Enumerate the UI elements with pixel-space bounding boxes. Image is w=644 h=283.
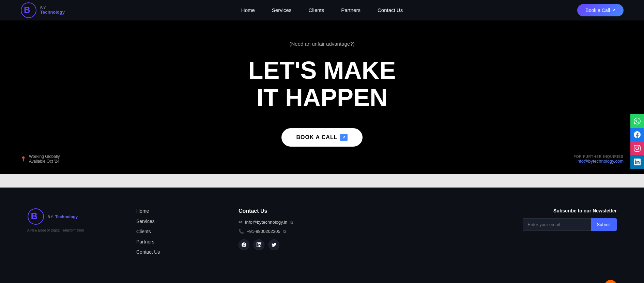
nav-home[interactable]: Home [241,7,255,13]
facebook-button[interactable] [630,128,644,142]
footer-newsletter-heading: Subscribe to our Newsletter [553,208,617,213]
book-call-button[interactable]: Book a Call ↗ [577,4,624,16]
footer-logo: B BY Technology [27,208,102,225]
footer-link-clients[interactable]: Clients [136,229,151,234]
whatsapp-button[interactable] [630,114,644,128]
footer-link-contact[interactable]: Contact Us [136,249,160,255]
footer-bottom: Developed by BY technology All rights re… [27,273,617,283]
footer-link-partners[interactable]: Partners [136,239,154,244]
footer-phone: 📞 +91-8800202305 ⧉ [239,229,341,234]
footer-social-icons [239,239,341,250]
inquiry-label: FOR FURTHER INQUIRIES [574,155,624,159]
hero-inquiry-info: FOR FURTHER INQUIRIES info@bytechnology.… [574,155,624,164]
footer-logo-by: BY [48,215,53,219]
cta-arrow-icon: ↗ [612,8,615,13]
instagram-button[interactable] [630,142,644,155]
svg-text:B: B [31,211,37,221]
hero-subtitle: (Need an unfair advantage?) [290,41,355,47]
newsletter-form: Submit [523,218,617,231]
nav-services[interactable]: Services [272,7,292,13]
section-divider [0,174,644,188]
inquiry-email: info@bytechnology.com [574,159,624,164]
footer-email: ✉ Info@bytechnology.in ⧉ [239,220,341,225]
logo-tech-text: Technology [40,10,65,15]
footer-link-services[interactable]: Services [136,219,155,224]
social-sidebar [630,114,644,169]
hero-title: LET'S MAKE IT HAPPEN [248,57,396,111]
nav-clients[interactable]: Clients [308,7,324,13]
footer: B BY Technology A New Edge of Digital Tr… [0,188,644,283]
email-icon: ✉ [239,220,242,225]
footer-link-home[interactable]: Home [136,208,149,214]
footer-contact-heading: Contact Us [239,208,341,214]
newsletter-email-input[interactable] [523,218,591,231]
footer-logo-tech: Technology [55,214,78,219]
nav-links: Home Services Clients Partners Contact U… [241,7,403,13]
nav-partners[interactable]: Partners [341,7,361,13]
copy-email-icon[interactable]: ⧉ [290,220,293,225]
newsletter-submit-button[interactable]: Submit [591,218,617,231]
navbar: B BY Technology Home Services Clients Pa… [0,0,644,20]
logo[interactable]: B BY Technology [20,2,65,18]
hero-cta-arrow-icon: ↗ [340,134,348,141]
footer-logo-section: B BY Technology A New Edge of Digital Tr… [27,208,102,259]
nav-contact[interactable]: Contact Us [378,7,403,13]
working-globally-label: Working Globally [29,154,60,159]
footer-newsletter-section: Subscribe to our Newsletter Submit [375,208,617,259]
back-to-top-button[interactable]: ↑ [604,280,617,283]
pin-icon: 📍 [20,156,26,162]
hero-cta-label: BOOK A CALL [296,134,338,140]
available-date-label: Available Oct '24 [29,159,60,164]
svg-text:B: B [24,5,30,15]
hero-section: (Need an unfair advantage?) LET'S MAKE I… [0,20,644,174]
footer-facebook-icon[interactable] [239,239,249,250]
footer-linkedin-icon[interactable] [254,239,264,250]
phone-icon: 📞 [239,229,244,234]
rights-reserved: All rights reserved © ↑ [562,280,617,283]
linkedin-button[interactable] [630,155,644,169]
hero-book-call-button[interactable]: BOOK A CALL ↗ [281,128,363,147]
hero-location-info: 📍 Working Globally Available Oct '24 [20,154,60,164]
footer-contact-section: Contact Us ✉ Info@bytechnology.in ⧉ 📞 +9… [239,208,341,259]
footer-tagline: A New Edge of Digital Transformation [27,228,102,232]
footer-twitter-icon[interactable] [269,239,279,250]
copy-phone-icon[interactable]: ⧉ [283,229,286,234]
footer-nav-links: Home Services Clients Partners Contact U… [136,208,204,259]
